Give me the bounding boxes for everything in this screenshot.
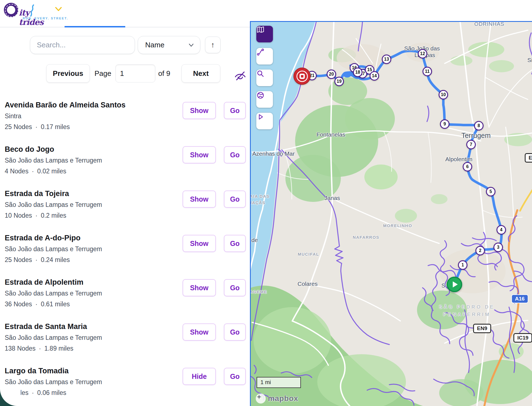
marker-number: 10 [441,92,446,97]
map-panel: ODRINHASSão João dasLampasSilFontanelasA… [250,21,532,406]
map-scale-bar: 1 mi [257,377,301,388]
street-miles: 0.06 miles [37,389,66,396]
route-number-marker[interactable]: 14 [370,71,379,81]
route-stop-marker[interactable] [294,68,310,84]
marker-number: 3 [497,245,500,250]
previous-page-button[interactable]: Previous [46,64,90,83]
street-list-panel: itytrides RUN. EVERY. STREET. Name ↑ Pre… [0,0,250,406]
show-hide-street-button[interactable]: Show [183,102,216,119]
street-stats: 138 Nodes·1.89 miles [5,344,250,353]
road-shield: EN9 [473,324,491,333]
route-icon [256,48,265,56]
route-number-marker[interactable]: 1 [458,260,467,270]
logo-wordmark: itytrides [19,3,44,27]
route-builder-button[interactable] [256,48,273,65]
marker-number: 11 [425,69,430,74]
stop-icon [300,74,305,79]
node-search-button[interactable] [256,70,273,86]
stats-separator: · [35,256,37,263]
go-to-street-button[interactable]: Go [224,279,246,296]
show-hide-street-button[interactable]: Show [183,191,216,208]
route-number-marker[interactable]: 3 [493,243,503,252]
street-row: Estrada da Tojeira São João das Lampas e… [0,186,250,230]
mapbox-wordmark: mapbox [268,394,298,403]
sort-by-select[interactable]: Name [138,36,200,54]
shoe-swoosh-icon [30,4,35,17]
show-hide-street-button[interactable]: Show [183,235,216,252]
stats-separator: · [39,345,41,352]
street-stats: 25 Nodes·0.17 miles [5,122,250,131]
route-number-marker[interactable]: 19 [334,77,344,86]
street-node-count: 25 Nodes [5,256,32,263]
street-stats: 36 Nodes·0.61 miles [5,300,250,309]
sort-by-value: Name [145,41,187,49]
mapbox-attribution[interactable]: mapbox [256,394,298,404]
brand-menu-chevron-icon[interactable] [55,7,62,12]
mapbox-icon [256,394,266,404]
route-number-marker[interactable]: 9 [440,119,449,129]
road-shield: A16 [511,294,528,303]
play-routes-button[interactable] [256,113,273,129]
go-to-street-button[interactable]: Go [224,191,246,208]
marker-number: 19 [337,79,342,84]
route-number-marker[interactable]: 5 [486,187,495,196]
road-circle-icon [4,3,18,17]
street-miles: 0.02 miles [37,168,66,175]
street-node-count: 4 Nodes [5,168,29,175]
street-miles: 1.89 miles [44,345,73,352]
road-shield: EN [525,153,532,163]
route-number-marker[interactable]: 20 [327,70,336,79]
street-miles: 0.17 miles [41,123,70,130]
route-number-marker[interactable]: 12 [418,49,427,58]
route-number-marker[interactable]: 6 [463,162,472,171]
route-number-marker[interactable]: 13 [382,55,391,64]
marker-number: 15 [367,67,372,72]
search-input[interactable] [30,36,135,54]
marker-number: 20 [329,72,334,77]
street-node-count: 138 Nodes [5,345,35,352]
next-page-button[interactable]: Next [181,64,220,83]
globe-button[interactable] [256,91,273,108]
go-to-street-button[interactable]: Go [224,368,246,385]
route-number-marker[interactable]: 4 [497,225,506,235]
hide-all-button[interactable] [234,69,247,83]
show-hide-street-button[interactable]: Show [183,323,216,341]
sort-direction-button[interactable]: ↑ [205,37,221,53]
show-hide-street-button[interactable]: Show [183,279,216,296]
map-style-button[interactable] [256,26,273,42]
street-miles: 0.24 miles [41,256,70,263]
play-icon [256,113,265,121]
search-icon [256,70,265,78]
eye-slash-icon [234,69,247,82]
show-hide-street-button[interactable]: Hide [183,368,216,385]
route-number-marker[interactable]: 11 [423,67,432,76]
chevron-down-icon [187,42,195,49]
help-beacon-corner[interactable] [0,386,21,406]
route-start-marker[interactable] [447,277,462,292]
stats-separator: · [32,389,34,396]
marker-number: 4 [500,227,503,232]
street-stats: 6 Nodes·0.06 miles [5,388,250,397]
street-miles: 0.2 miles [41,212,66,219]
go-to-street-button[interactable]: Go [224,146,246,163]
route-number-marker[interactable]: 18 [353,68,362,77]
marker-number: 9 [444,122,446,127]
marker-number: 5 [490,189,492,194]
stats-separator: · [35,300,37,308]
go-to-street-button[interactable]: Go [224,235,246,252]
route-number-marker[interactable]: 8 [474,121,484,130]
street-stats: 4 Nodes·0.02 miles [5,167,250,176]
page-number-input[interactable] [115,64,155,83]
go-to-street-button[interactable]: Go [224,323,246,341]
show-hide-street-button[interactable]: Show [183,146,216,163]
marker-number: 18 [355,70,360,75]
go-to-street-button[interactable]: Go [224,102,246,119]
route-number-marker[interactable]: 10 [439,90,448,99]
marker-number: 1 [462,263,464,268]
stop-ring [296,71,308,82]
route-number-marker[interactable]: 7 [466,140,476,149]
page-total-label: of 9 [158,69,170,78]
map-canvas[interactable] [251,22,532,406]
street-stats: 10 Nodes·0.2 miles [5,211,250,220]
route-number-marker[interactable]: 2 [475,246,485,255]
